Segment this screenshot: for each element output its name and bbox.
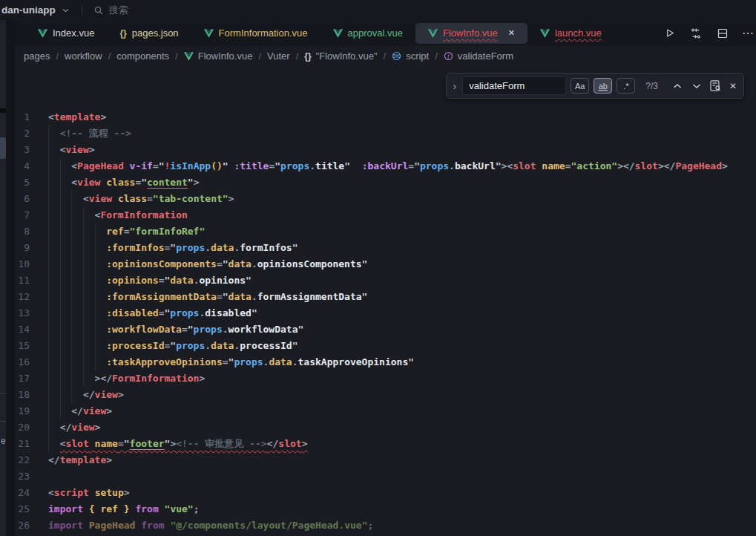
code-line[interactable]: 14:workflowData="props.workflowData" xyxy=(15,321,756,338)
indent-guide xyxy=(83,272,95,289)
breadcrumb-label: workflow xyxy=(65,50,102,62)
tab-label: approval.vue xyxy=(348,27,403,39)
run-button[interactable] xyxy=(662,26,677,41)
code-line[interactable]: 6<view class="tab-content"> xyxy=(15,191,756,207)
breadcrumb-item-vuter[interactable]: Vuter xyxy=(267,50,290,62)
code-line[interactable]: 9:formInfos="props.data.formInfos" xyxy=(15,240,756,256)
indent-guide xyxy=(48,223,60,240)
breadcrumb-item-workflow[interactable]: workflow xyxy=(65,50,102,62)
breadcrumb-item-script[interactable]: script xyxy=(392,50,429,62)
chevron-down-icon[interactable] xyxy=(62,8,69,13)
code-line[interactable]: 2<!-- 流程 --> xyxy=(15,125,756,142)
json-icon: {} xyxy=(119,28,126,39)
more-actions-button[interactable]: ⋯ xyxy=(742,26,755,40)
code-line[interactable]: 4<PageHead v-if="!isInApp()" :title="pro… xyxy=(15,158,756,174)
code-line[interactable]: 19</view> xyxy=(15,403,756,419)
code-line-text: :taskApproveOpinions="props.data.taskApp… xyxy=(48,356,414,367)
global-search[interactable]: 搜索 xyxy=(93,4,128,17)
indent-guide xyxy=(71,256,83,272)
code-line[interactable]: 7<FormInformation xyxy=(15,207,756,223)
breadcrumb-label: "FlowInfo.vue" xyxy=(316,50,378,62)
tab-forminformation-vue[interactable]: FormInformation.vue xyxy=(191,23,321,44)
code-line[interactable]: 26import PageHead from "@/components/lay… xyxy=(15,517,756,534)
code-line[interactable]: 22</template> xyxy=(15,452,756,468)
split-editor-icon[interactable] xyxy=(715,26,730,41)
indent-guide xyxy=(48,305,60,321)
indent-guide xyxy=(83,256,95,272)
close-tab-icon[interactable]: ✕ xyxy=(508,28,515,38)
line-number: 10 xyxy=(15,256,48,272)
tab-pages-json[interactable]: {}pages.json xyxy=(107,23,191,44)
code-line-text: ></FormInformation> xyxy=(48,373,205,384)
tab-flowinfo-vue[interactable]: FlowInfo.vue✕ xyxy=(415,23,527,44)
compare-changes-icon[interactable] xyxy=(688,26,703,41)
code-line[interactable]: 16:taskApproveOpinions="props.data.taskA… xyxy=(15,354,756,370)
code-line[interactable]: 15:processId="props.data.processId" xyxy=(15,338,756,354)
indent-guide xyxy=(71,354,83,370)
code-line[interactable]: 10:opinionsComponents="data.opinionsComp… xyxy=(15,256,756,272)
indent-guide xyxy=(60,191,72,207)
code-line-text: :disabled="props.disabled" xyxy=(48,307,257,318)
line-number: 9 xyxy=(15,240,48,256)
code-line[interactable]: 24<script setup> xyxy=(15,485,756,501)
code-line[interactable]: 25import { ref } from "vue"; xyxy=(15,501,756,517)
breadcrumb-separator: / xyxy=(435,50,438,62)
code-line[interactable]: 18</view> xyxy=(15,387,756,403)
indent-guide xyxy=(71,207,83,223)
match-case-button[interactable]: Aa xyxy=(571,78,589,94)
line-number: 20 xyxy=(15,419,48,436)
indent-guide xyxy=(48,272,60,289)
indent-guide xyxy=(60,289,72,305)
breadcrumb-item-validateform[interactable]: fvalidateForm xyxy=(444,50,513,62)
tab-label: launch.vue xyxy=(555,27,602,39)
indent-guide xyxy=(83,289,95,305)
indent-guide xyxy=(71,387,83,403)
line-number: 1 xyxy=(15,109,48,125)
code-area[interactable]: 1<template>2<!-- 流程 -->3<view>4<PageHead… xyxy=(15,66,756,534)
whole-word-button[interactable]: ab xyxy=(594,78,612,94)
breadcrumb-item-pages[interactable]: pages xyxy=(24,50,50,62)
sliver-divider xyxy=(0,421,6,422)
code-line-text: </template> xyxy=(48,454,112,465)
indent-guide xyxy=(48,142,60,158)
previous-match-button[interactable] xyxy=(670,79,685,94)
code-line[interactable]: 23 xyxy=(15,468,756,485)
code-line[interactable]: 20</view> xyxy=(15,419,756,436)
code-line[interactable]: 8ref="formInfoRef" xyxy=(15,223,756,240)
code-line[interactable]: 5<view class="content"> xyxy=(15,174,756,191)
indent-guide xyxy=(48,436,60,452)
toggle-replace-chevron[interactable]: › xyxy=(453,80,457,92)
indent-guide xyxy=(48,419,60,436)
code-line[interactable]: 12:formAssignmentData="data.formAssignme… xyxy=(15,289,756,305)
breadcrumb-item--flowinfo-vue-[interactable]: {}"FlowInfo.vue" xyxy=(304,50,377,62)
find-in-selection-button[interactable] xyxy=(709,79,723,94)
tab-index-vue[interactable]: Index.vue xyxy=(25,23,107,44)
code-line[interactable]: 21<slot name="footer"><!-- 审批意见 --></slo… xyxy=(15,436,756,452)
code-line-text: :workflowData="props.workflowData" xyxy=(48,324,303,335)
indent-guide xyxy=(71,223,83,240)
search-label: 搜索 xyxy=(109,4,128,17)
close-find-button[interactable]: ✕ xyxy=(729,81,737,91)
tab-launch-vue[interactable]: launch.vue xyxy=(527,23,614,44)
code-line[interactable]: 13:disabled="props.disabled" xyxy=(15,305,756,321)
tab-label: FormInformation.vue xyxy=(219,27,308,39)
code-line-text: <view class="content"> xyxy=(48,177,200,188)
indent-guide xyxy=(95,305,107,321)
find-input[interactable] xyxy=(462,76,566,95)
line-number: 11 xyxy=(15,272,48,289)
panel-gap xyxy=(6,20,15,536)
code-line[interactable]: 11:opinions="data.opinions" xyxy=(15,272,756,289)
regex-button[interactable]: .* xyxy=(617,78,635,94)
breadcrumb-item-flowinfo-vue[interactable]: FlowInfo.vue xyxy=(184,50,253,62)
tab-approval-vue[interactable]: approval.vue xyxy=(321,23,415,44)
line-number: 2 xyxy=(15,125,48,142)
project-name[interactable]: dan-uniapp xyxy=(1,4,56,16)
next-match-button[interactable] xyxy=(689,79,704,94)
indent-guide xyxy=(60,256,72,272)
code-line[interactable]: 3<view> xyxy=(15,142,756,158)
code-line[interactable]: 1<template> xyxy=(15,109,756,125)
code-line[interactable]: 17></FormInformation> xyxy=(15,370,756,387)
vue-icon xyxy=(428,29,438,38)
indent-guide xyxy=(48,240,60,256)
breadcrumb-item-components[interactable]: components xyxy=(116,50,169,62)
